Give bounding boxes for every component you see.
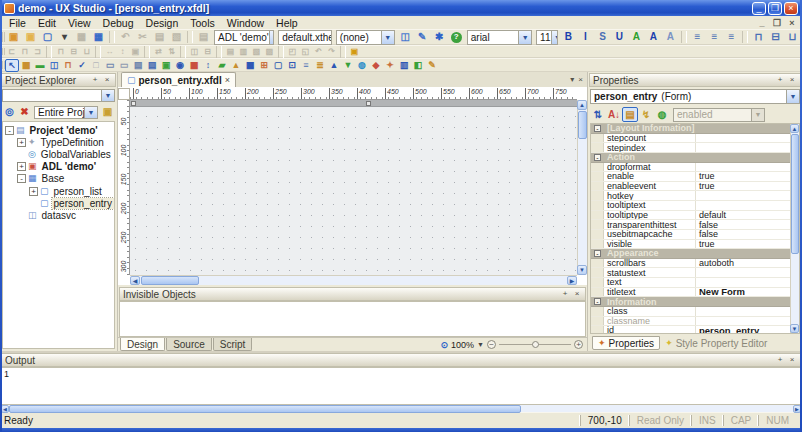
space-equal-v-button[interactable]: ⇅ [165, 46, 178, 58]
property-value[interactable] [696, 268, 790, 277]
pin-icon[interactable]: + [90, 75, 100, 85]
classname[interactable]: classname [591, 317, 790, 327]
div-tool[interactable]: ▢ [271, 59, 285, 72]
mdi-window-button[interactable]: ❐ [771, 18, 783, 28]
generate-button[interactable]: ◫ [397, 30, 414, 44]
sort-categorized-button[interactable]: ⇅ [590, 107, 606, 122]
close-button[interactable]: × [784, 2, 798, 15]
property-grid-scrollbar[interactable]: ▲ ▼ [790, 124, 799, 333]
calendar-tool[interactable]: ▦ [187, 59, 201, 72]
imageviewer-tool[interactable]: ▣ [159, 59, 173, 72]
zoom-dropdown-icon[interactable]: ▼ [477, 341, 484, 348]
expand-toggle-icon[interactable]: + [29, 187, 38, 196]
profile-combo[interactable]: (none)▼ [336, 30, 395, 45]
pin-icon[interactable]: + [775, 75, 785, 85]
mdi-window-button[interactable]: _ [756, 18, 768, 28]
webbrowser-tool[interactable]: ◍ [355, 59, 369, 72]
ungroup-button[interactable]: ◱ [299, 46, 312, 58]
checkbox-tool[interactable]: ✓ [75, 59, 89, 72]
canvas-horizontal-scrollbar[interactable]: ◀ ▶ [130, 275, 577, 285]
bring-to-front-button[interactable]: ▤ [224, 46, 237, 58]
print-button[interactable]: ▤ [195, 30, 212, 44]
tab-script[interactable]: Script [213, 338, 253, 351]
title-bar[interactable]: demo - UX Studio - [person_entry.xfdl] _… [0, 0, 802, 16]
resize-handle[interactable] [366, 101, 371, 106]
property-value[interactable] [696, 278, 790, 287]
rotate-right-button[interactable]: ↷ [325, 46, 338, 58]
valign-top-button[interactable]: ⊓ [750, 30, 767, 44]
save-button[interactable]: ▦ [73, 30, 90, 44]
stepindex[interactable]: stepindex [591, 143, 790, 153]
property-value[interactable] [696, 191, 790, 200]
menu-item[interactable]: View [62, 17, 97, 29]
property-value[interactable] [696, 134, 790, 143]
show-detail-button[interactable]: ◍ [654, 107, 670, 122]
property-value[interactable] [696, 307, 790, 316]
hotkey[interactable]: hotkey [591, 191, 790, 201]
listbox-tool[interactable]: ▤ [145, 59, 159, 72]
menu-item[interactable]: Tools [184, 17, 221, 29]
combo-tool[interactable]: ◫ [47, 59, 61, 72]
invisible-objects-title[interactable]: Invisible Objects + × [119, 287, 586, 301]
align-right-edges-button[interactable]: ⊐ [31, 46, 44, 58]
font-color-button[interactable]: A [628, 30, 645, 44]
same-size-button[interactable]: ▣ [129, 46, 142, 58]
strikethrough-button[interactable]: S [594, 30, 611, 44]
close-icon[interactable]: × [787, 75, 797, 85]
space-equal-h-button[interactable]: ⇄ [152, 46, 165, 58]
scroll-left-icon[interactable]: ◀ [1, 405, 9, 413]
tooltiptext[interactable]: tooltiptext [591, 201, 790, 211]
output-title[interactable]: Output + × [1, 353, 801, 367]
minimize-button[interactable]: _ [752, 2, 766, 15]
zoom-slider[interactable] [499, 344, 571, 345]
canvas-vertical-scrollbar[interactable]: ▲ ▼ [577, 100, 587, 275]
same-width-button[interactable]: ↔ [103, 46, 116, 58]
property-value[interactable] [696, 143, 790, 152]
menu-item[interactable]: Design [140, 17, 185, 29]
pin-icon[interactable]: + [775, 355, 785, 365]
tree-item-project[interactable]: - ▤ Project 'demo' [3, 124, 114, 136]
rotate-left-button[interactable]: ↶ [312, 46, 325, 58]
output-console[interactable]: 1 [1, 367, 801, 405]
scroll-left-icon[interactable]: ◀ [130, 276, 140, 285]
class[interactable]: class [591, 307, 790, 317]
button-tool[interactable]: ▬ [33, 59, 47, 72]
center-horizontal-button[interactable]: ◫ [188, 46, 201, 58]
align-right-button[interactable]: ≡ [723, 30, 740, 44]
shrink-font-button[interactable]: A [662, 30, 679, 44]
menu-item[interactable]: Debug [97, 17, 140, 29]
tab-design[interactable]: Design [120, 338, 165, 351]
chevron-down-icon[interactable]: ▼ [786, 90, 799, 103]
expand-toggle-icon[interactable]: - [17, 174, 26, 183]
new-form-dropdown[interactable]: ▾ [56, 30, 73, 44]
radio-tool[interactable]: ◉ [173, 59, 187, 72]
scrollbar-thumb[interactable] [141, 276, 199, 285]
theme-tool[interactable]: ◧ [411, 59, 425, 72]
lock-button[interactable]: ▣ [348, 46, 361, 58]
quick-view-button[interactable]: ✎ [414, 30, 431, 44]
property-value[interactable] [696, 163, 790, 172]
tab-strip-close-icon[interactable]: × [578, 75, 583, 84]
property-value[interactable]: false [696, 220, 790, 229]
visible[interactable]: visible true [591, 240, 790, 250]
menu-item[interactable]: File [3, 17, 32, 29]
popupdiv-tool[interactable]: ⊡ [285, 59, 299, 72]
filedownload-tool[interactable]: ▼ [341, 59, 355, 72]
project-explorer-title[interactable]: Project Explorer + × [1, 73, 116, 87]
launch-button[interactable]: ✱ [431, 30, 448, 44]
scrollbar-thumb[interactable] [9, 405, 521, 413]
adl-combo[interactable]: ADL 'demo'▼ [214, 30, 274, 45]
property-value[interactable]: true [696, 182, 790, 191]
edit-tool[interactable]: ▭ [103, 59, 117, 72]
valign-bottom-button[interactable]: ⊔ [784, 30, 801, 44]
open-project-button[interactable]: ▣ [22, 30, 39, 44]
grow-font-button[interactable]: A [645, 30, 662, 44]
italic-button[interactable]: I [577, 30, 594, 44]
scope-combo[interactable]: Entire Proje ▼ [34, 106, 98, 119]
static-tool[interactable]: □ [89, 59, 103, 72]
scrollbar-thumb[interactable] [791, 134, 799, 254]
Action[interactable]: - Action [591, 153, 790, 163]
menu-item[interactable]: Window [221, 17, 270, 29]
align-left-edges-button[interactable]: ⊏ [5, 46, 18, 58]
datagrid-tool[interactable]: ▦ [243, 59, 257, 72]
